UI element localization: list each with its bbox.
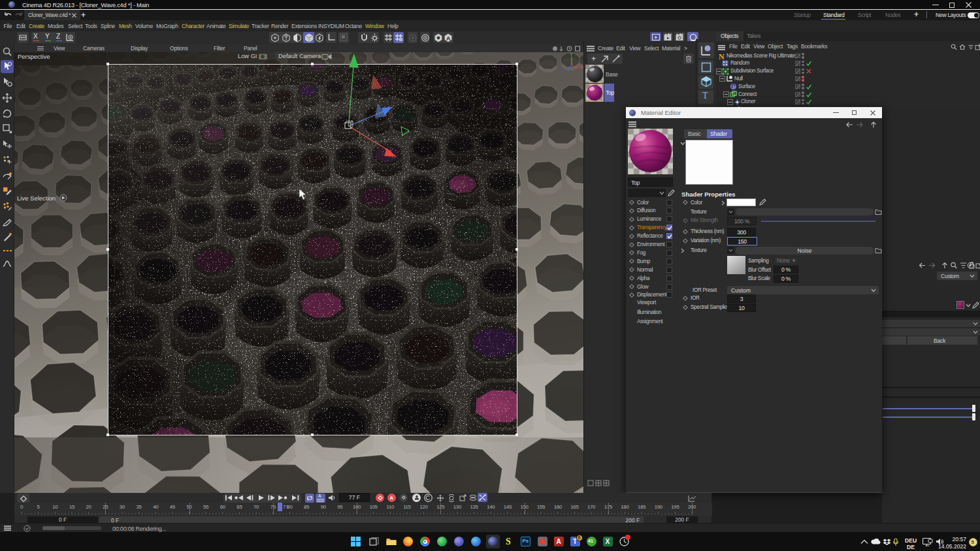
svg-text:Live Selection: Live Selection <box>17 195 56 202</box>
svg-text:Z: Z <box>561 70 564 74</box>
svg-text:Perspective: Perspective <box>18 53 50 60</box>
svg-text:Low GI: Low GI <box>238 53 257 59</box>
svg-text:A: A <box>446 35 451 41</box>
svg-text:Y: Y <box>570 52 573 57</box>
svg-text:Default Camera: Default Camera <box>278 53 321 59</box>
